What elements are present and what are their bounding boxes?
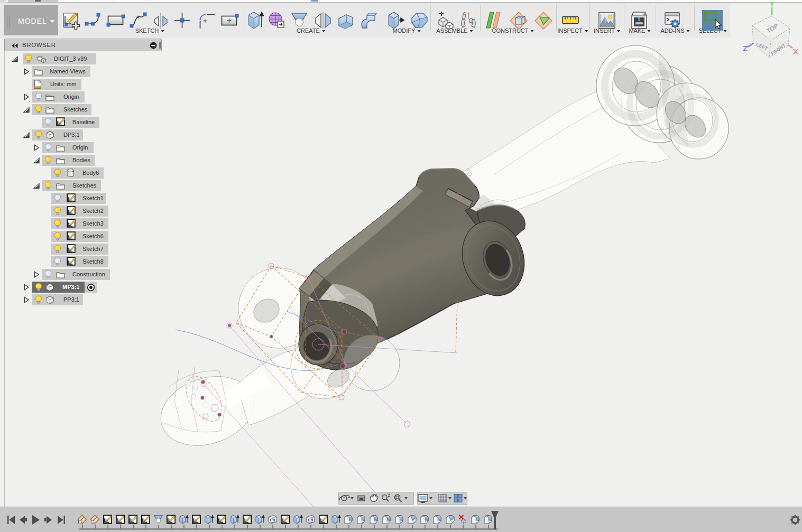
svg-text:X: X <box>793 47 798 56</box>
svg-text:Z: Z <box>743 44 748 53</box>
svg-text:Y: Y <box>770 0 775 8</box>
